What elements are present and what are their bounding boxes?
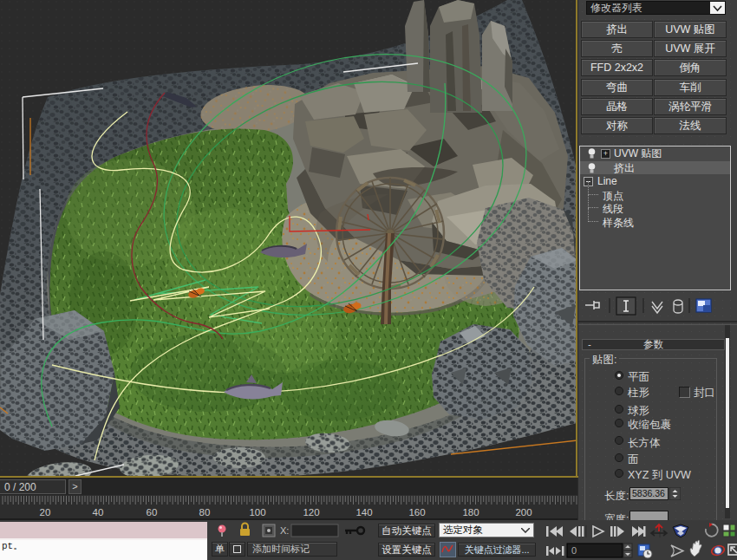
svg-text:160: 160	[408, 507, 425, 518]
svg-text:200: 200	[515, 507, 532, 518]
svg-text:X:: X:	[280, 525, 289, 536]
svg-text:180: 180	[462, 507, 479, 518]
svg-text:140: 140	[355, 507, 372, 518]
svg-text:20: 20	[40, 507, 51, 518]
svg-text:80: 80	[199, 507, 211, 518]
svg-text:100: 100	[249, 507, 265, 518]
svg-text:40: 40	[93, 507, 104, 518]
svg-text:0: 0	[571, 545, 577, 556]
svg-text:120: 120	[303, 507, 319, 518]
svg-text:60: 60	[147, 507, 158, 518]
